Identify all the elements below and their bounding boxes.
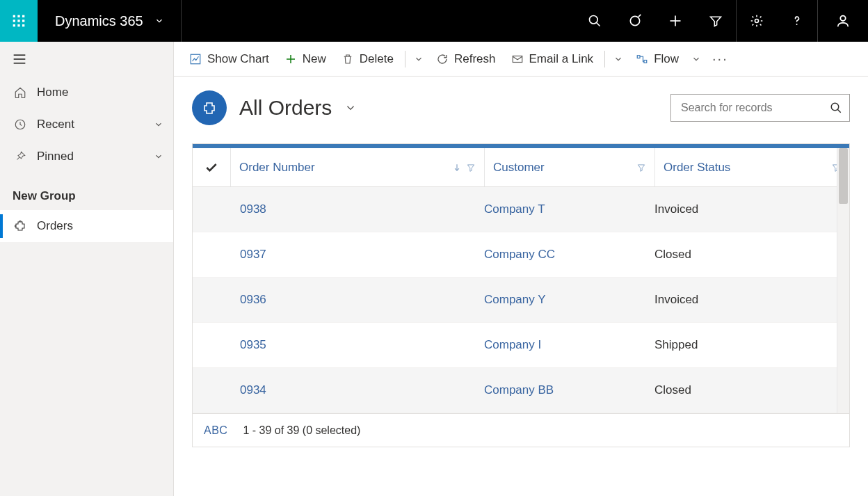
search-icon xyxy=(588,14,602,28)
nav-recent[interactable]: Recent xyxy=(0,109,173,141)
more-commands-button[interactable]: ··· xyxy=(707,51,734,67)
chart-icon xyxy=(189,53,202,65)
nav-home-label: Home xyxy=(37,86,68,99)
svg-rect-5 xyxy=(22,19,24,22)
column-customer[interactable]: Customer xyxy=(484,148,654,186)
scrollbar-thumb[interactable] xyxy=(839,148,848,204)
filter-button[interactable] xyxy=(696,0,736,42)
nav-pinned-label: Pinned xyxy=(37,150,74,163)
column-order-status[interactable]: Order Status xyxy=(654,148,849,186)
clock-icon xyxy=(13,118,28,131)
mail-icon xyxy=(511,53,524,65)
table-row[interactable]: 0934Company BBClosed xyxy=(193,368,849,413)
table-row[interactable]: 0935Company IShipped xyxy=(193,323,849,368)
cell-customer[interactable]: Company I xyxy=(484,338,654,352)
svg-rect-8 xyxy=(22,24,24,26)
show-chart-label: Show Chart xyxy=(207,52,269,66)
brand-title: Dynamics 365 xyxy=(55,13,143,29)
svg-rect-1 xyxy=(17,15,19,17)
brand-switcher[interactable]: Dynamics 365 xyxy=(38,0,182,42)
grid-scrollbar[interactable] xyxy=(837,148,849,413)
nav-collapse-button[interactable] xyxy=(0,42,173,77)
cell-order-number[interactable]: 0938 xyxy=(230,202,484,216)
cell-order-number[interactable]: 0936 xyxy=(230,293,484,307)
cell-order-number[interactable]: 0937 xyxy=(230,248,484,262)
home-icon xyxy=(13,86,28,99)
show-chart-button[interactable]: Show Chart xyxy=(182,47,276,72)
sort-desc-icon xyxy=(452,163,462,173)
search-button[interactable] xyxy=(574,0,615,42)
delete-split-button[interactable] xyxy=(410,54,428,64)
cell-order-status: Shipped xyxy=(654,338,849,352)
nav-home[interactable]: Home xyxy=(0,77,173,109)
table-row[interactable]: 0938Company TInvoiced xyxy=(193,187,849,232)
cell-order-number[interactable]: 0935 xyxy=(230,338,484,352)
new-label: New xyxy=(303,52,326,66)
email-link-button[interactable]: Email a Link xyxy=(504,47,601,72)
target-icon xyxy=(628,14,642,28)
svg-rect-27 xyxy=(644,60,647,63)
trash-icon xyxy=(341,53,354,65)
email-split-button[interactable] xyxy=(609,54,627,64)
settings-button[interactable] xyxy=(737,0,777,42)
table-row[interactable]: 0937Company CCClosed xyxy=(193,232,849,278)
app-launcher-button[interactable] xyxy=(0,0,38,42)
gear-icon xyxy=(750,14,764,28)
page-title: All Orders xyxy=(239,96,332,120)
main-content: Show Chart New Delete xyxy=(174,42,868,496)
view-switcher[interactable] xyxy=(344,102,357,114)
records-search[interactable] xyxy=(670,94,850,122)
flow-split-button[interactable] xyxy=(687,54,705,64)
column-label: Order Number xyxy=(239,161,448,175)
funnel-icon xyxy=(709,14,723,28)
hamburger-icon xyxy=(13,54,26,65)
chevron-down-icon xyxy=(344,102,357,114)
plus-icon xyxy=(284,53,297,65)
help-button[interactable] xyxy=(777,0,817,42)
nav-orders[interactable]: Orders xyxy=(0,210,173,242)
entity-badge xyxy=(192,90,227,125)
filter-icon[interactable] xyxy=(636,163,646,173)
nav-pinned[interactable]: Pinned xyxy=(0,141,173,173)
svg-point-15 xyxy=(755,19,759,23)
delete-button[interactable]: Delete xyxy=(335,47,401,72)
jump-bar[interactable]: ABC xyxy=(204,424,227,437)
paging-info: 1 - 39 of 39 (0 selected) xyxy=(243,424,360,437)
svg-point-9 xyxy=(590,16,598,24)
cell-order-status: Closed xyxy=(654,248,849,262)
command-bar: Show Chart New Delete xyxy=(174,42,868,77)
svg-rect-25 xyxy=(513,56,522,62)
flow-button[interactable]: Flow xyxy=(629,47,686,72)
account-button[interactable] xyxy=(818,0,868,42)
filter-icon[interactable] xyxy=(466,163,476,173)
cell-order-number[interactable]: 0934 xyxy=(230,383,484,397)
header-actions xyxy=(574,0,868,42)
svg-point-16 xyxy=(796,24,798,25)
cell-customer[interactable]: Company CC xyxy=(484,248,654,262)
search-input[interactable] xyxy=(681,102,830,114)
column-order-number[interactable]: Order Number xyxy=(230,148,484,186)
refresh-label: Refresh xyxy=(454,52,496,66)
cell-customer[interactable]: Company BB xyxy=(484,383,654,397)
cell-order-status: Invoiced xyxy=(654,293,849,307)
add-button[interactable] xyxy=(655,0,696,42)
svg-point-11 xyxy=(630,16,639,25)
chevron-down-icon xyxy=(154,16,164,26)
search-icon xyxy=(830,102,842,114)
refresh-button[interactable]: Refresh xyxy=(429,47,503,72)
task-button[interactable] xyxy=(615,0,655,42)
cell-customer[interactable]: Company Y xyxy=(484,293,654,307)
svg-rect-6 xyxy=(13,24,15,26)
svg-rect-3 xyxy=(13,19,15,22)
delete-label: Delete xyxy=(360,52,394,66)
puzzle-icon xyxy=(201,99,218,116)
new-button[interactable]: New xyxy=(278,47,333,72)
select-all-checkbox[interactable] xyxy=(193,148,230,186)
table-row[interactable]: 0936Company YInvoiced xyxy=(193,278,849,323)
cell-customer[interactable]: Company T xyxy=(484,202,654,216)
cell-order-status: Invoiced xyxy=(654,202,849,216)
puzzle-icon xyxy=(13,220,28,232)
svg-rect-4 xyxy=(17,19,19,22)
check-icon xyxy=(204,161,218,175)
column-label: Order Status xyxy=(664,161,827,175)
